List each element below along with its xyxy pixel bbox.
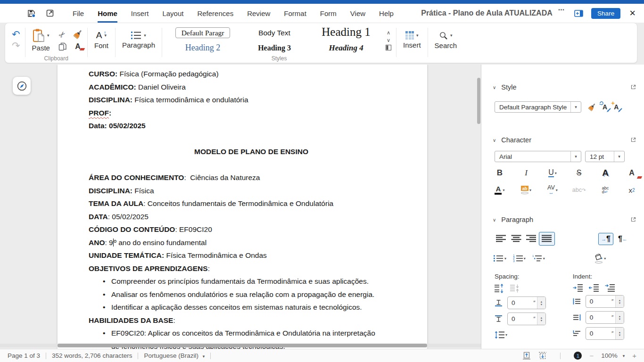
language-selector[interactable]: Portuguese (Brazil) ▾ xyxy=(144,352,205,359)
horizontal-scrollbar[interactable] xyxy=(58,344,427,347)
decrease-spacing-button[interactable] xyxy=(510,284,520,293)
search-button[interactable]: ▾ Search xyxy=(433,31,459,49)
font-color-button[interactable]: A▾ xyxy=(494,184,506,196)
insert-button[interactable]: ▾ Insert xyxy=(401,31,423,49)
doc-line[interactable]: DISCIPLINA: Física termodinâmica e ondul… xyxy=(89,93,414,107)
undo-button[interactable]: ↶ xyxy=(12,29,20,40)
align-justify-button[interactable] xyxy=(539,232,555,246)
share-button[interactable]: Share xyxy=(591,8,620,19)
zoom-in-button[interactable]: + xyxy=(632,352,636,360)
user-count-badge[interactable]: 1 xyxy=(574,352,582,360)
menu-format[interactable]: Format xyxy=(284,4,306,23)
insert-dropdown[interactable]: ▾ xyxy=(416,33,419,38)
zoom-level-select[interactable]: 100%▾ xyxy=(601,352,625,359)
paragraph-background-button[interactable]: ▾ xyxy=(594,252,606,264)
paragraph-section-popout-button[interactable] xyxy=(631,217,636,222)
left-to-right-button[interactable]: →¶ xyxy=(598,233,613,245)
style-default-paragraph[interactable]: Default Paragr xyxy=(175,27,231,38)
paste-button[interactable]: ▾ Paste xyxy=(30,28,52,52)
doc-line[interactable]: DATA: 05/02/2025 xyxy=(89,210,414,223)
paragraph-section-chevron-icon[interactable]: ∨ xyxy=(493,217,496,222)
stepper-down[interactable]: ▾ xyxy=(619,334,620,337)
menu-help[interactable]: Help xyxy=(379,4,394,23)
style-section-popout-button[interactable] xyxy=(631,84,636,90)
shadow-button[interactable]: A xyxy=(599,167,611,179)
clear-direct-formatting-button[interactable]: A xyxy=(626,167,638,179)
character-spacing-dropdown[interactable]: ▾ xyxy=(556,188,558,192)
stepper-down[interactable]: ▾ xyxy=(619,318,620,321)
menu-layout[interactable]: Layout xyxy=(162,4,183,23)
menu-references[interactable]: References xyxy=(197,4,233,23)
vertical-scrollbar[interactable] xyxy=(477,78,480,124)
font-name-select[interactable]: Arial ▾ xyxy=(495,151,581,162)
title-more-button[interactable]: ... xyxy=(558,4,564,20)
style-heading-3[interactable]: Heading 3 xyxy=(258,44,291,52)
doc-line[interactable]: UNIDADE TEMÁTICA: Física Termodinâmica e… xyxy=(89,249,414,262)
stepper-down[interactable]: ▾ xyxy=(619,302,620,304)
style-heading-2[interactable]: Heading 2 xyxy=(185,43,220,52)
styles-panel-button[interactable] xyxy=(386,45,391,50)
spacing-above-input[interactable]: 0 ″ ▴▾ xyxy=(507,296,546,309)
stepper-down[interactable]: ▾ xyxy=(541,303,542,306)
strikethrough-button[interactable]: S xyxy=(573,167,585,179)
zoom-out-button[interactable]: − xyxy=(589,352,594,360)
right-to-left-button[interactable]: ¶← xyxy=(616,233,630,245)
doc-line[interactable]: TEMA DA AULA: Conceitos fundamentais de … xyxy=(89,197,414,210)
paragraph-dropdown[interactable]: ▾ xyxy=(144,33,146,38)
bold-button[interactable]: B xyxy=(494,167,506,179)
decrease-indent-button[interactable] xyxy=(589,284,599,292)
stepper-down[interactable]: ▾ xyxy=(541,319,542,322)
menu-review[interactable]: Review xyxy=(247,4,270,23)
doc-bullet-line[interactable]: •EF09CI20: Aplicar os conceitos da Termo… xyxy=(89,327,414,340)
doc-line[interactable]: CÓDIGO DO CONTEÚDO: EF09CI20 xyxy=(89,223,414,236)
highlight-color-button[interactable]: ab▾ xyxy=(520,184,532,196)
menu-home[interactable]: Home xyxy=(98,4,117,23)
new-style-button[interactable]: A xyxy=(614,103,619,111)
doc-line[interactable]: ANO: 9º ano do ensino fundamental xyxy=(89,236,414,249)
doc-line[interactable]: CURSO: Física (Formação pedagógica) xyxy=(89,67,414,81)
paragraph-background-dropdown[interactable]: ▾ xyxy=(604,256,606,261)
doc-bullet-line[interactable]: •Identificar a aplicação desses conceito… xyxy=(89,301,414,314)
menu-insert[interactable]: Insert xyxy=(131,4,149,23)
italic-button[interactable]: I xyxy=(520,167,532,179)
doc-line[interactable]: Data: 05/02/2025 xyxy=(89,119,414,132)
navigator-button[interactable] xyxy=(13,77,31,95)
page-count[interactable]: Page 1 of 3 xyxy=(8,352,40,359)
menu-file[interactable]: File xyxy=(73,4,84,23)
style-heading-4[interactable]: Heading 4 xyxy=(329,43,363,52)
font-color-dropdown[interactable]: ▾ xyxy=(503,188,504,192)
doc-line[interactable]: ÁREA DO CONHECIMENTO: Ciências da Nature… xyxy=(89,171,414,184)
spacing-below-input[interactable]: 0 ″ ▴▾ xyxy=(507,313,546,325)
clear-formatting-button[interactable]: A xyxy=(75,42,81,51)
bullet-list-dropdown[interactable]: ▾ xyxy=(504,256,506,261)
numbered-list-button[interactable]: 123▾ xyxy=(513,252,526,264)
doc-blank-line[interactable] xyxy=(89,132,414,146)
doc-bullet-line[interactable]: •Compreender os princípios fundamentais … xyxy=(89,275,414,288)
highlight-dropdown[interactable]: ▾ xyxy=(529,188,531,192)
clone-formatting-button[interactable] xyxy=(73,29,83,40)
cut-button[interactable]: ✂ xyxy=(57,29,68,41)
styles-scroll-down-button[interactable]: ∨ xyxy=(387,37,390,43)
outline-list-dropdown[interactable]: ▾ xyxy=(543,256,545,261)
outline-list-button[interactable]: 1▾ xyxy=(532,252,545,264)
styles-scroll-up-button[interactable]: ∧ xyxy=(387,30,390,35)
menu-form[interactable]: Form xyxy=(320,4,337,23)
underline-dropdown[interactable]: ▾ xyxy=(555,171,557,175)
copy-button[interactable] xyxy=(58,42,66,51)
word-count[interactable]: 352 words, 2,706 characters xyxy=(52,352,132,359)
increase-spacing-button[interactable] xyxy=(495,284,504,293)
update-style-button[interactable]: A xyxy=(603,103,607,111)
collapse-sidebar-button[interactable] xyxy=(573,8,584,19)
line-spacing-button[interactable]: ▾ xyxy=(495,329,507,341)
document-page[interactable]: CURSO: Física (Formação pedagógica)ACADÊ… xyxy=(58,65,427,349)
clone-formatting-sidebar-button[interactable] xyxy=(588,103,596,112)
indent-after-text-input[interactable]: 0 ″ ▴▾ xyxy=(586,311,624,324)
indent-before-text-input[interactable]: 0 ″ ▴▾ xyxy=(586,295,624,308)
superscript-button[interactable]: x2 xyxy=(626,184,638,196)
paragraph-button[interactable]: ▾ Paragraph xyxy=(120,31,157,49)
underline-button[interactable]: U▾ xyxy=(546,167,559,179)
increase-indent-button[interactable] xyxy=(573,284,583,292)
align-left-button[interactable] xyxy=(494,232,509,245)
menu-view[interactable]: View xyxy=(350,4,365,23)
align-center-button[interactable] xyxy=(509,232,524,245)
